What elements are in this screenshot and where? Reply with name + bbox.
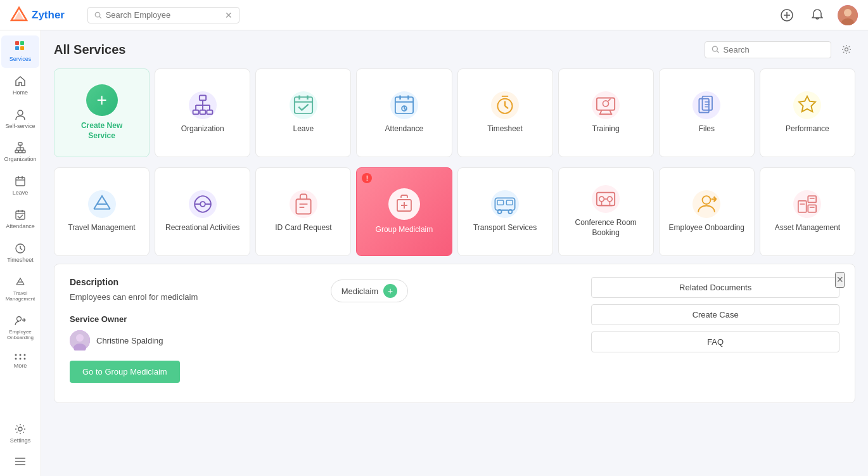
sidebar-leave-label: Leave bbox=[13, 190, 29, 196]
leave-label: Leave bbox=[293, 124, 314, 134]
service-card-transport[interactable]: Transport Services bbox=[457, 167, 553, 256]
svg-line-34 bbox=[20, 248, 22, 250]
conference-label: Conference Room Booking bbox=[565, 218, 647, 238]
sidebar: Services Home Self-service Organization … bbox=[0, 30, 41, 476]
service-card-group-mediclaim[interactable]: ! Group Mediclaim bbox=[356, 167, 452, 256]
sidebar-item-leave[interactable]: Leave bbox=[1, 170, 39, 202]
description-text: Employees can enrol for mediclaim bbox=[70, 292, 318, 302]
employee-search-container: ✕ bbox=[87, 7, 239, 23]
travel-icon bbox=[15, 276, 26, 288]
onboarding-icon bbox=[15, 315, 26, 326]
sidebar-item-settings[interactable]: Settings bbox=[1, 418, 39, 449]
sidebar-org-label: Organization bbox=[4, 156, 36, 163]
add-button[interactable] bbox=[777, 5, 797, 25]
service-card-create-new[interactable]: + Create NewService bbox=[54, 68, 150, 157]
sidebar-services-label: Services bbox=[10, 56, 32, 63]
service-owner-title: Service Owner bbox=[70, 314, 318, 324]
idcard-label: ID Card Request bbox=[275, 223, 331, 233]
timesheet-icon bbox=[15, 243, 26, 254]
svg-rect-118 bbox=[798, 201, 807, 212]
go-to-button[interactable]: Go to Group Mediclaim bbox=[70, 361, 180, 383]
sidebar-item-organization[interactable]: Organization bbox=[1, 137, 39, 168]
owner-row: Christine Spalding bbox=[70, 330, 318, 351]
service-card-recreational[interactable]: Recreational Activities bbox=[155, 167, 250, 256]
service-card-organization[interactable]: Organization bbox=[155, 68, 250, 157]
files-label: Files bbox=[699, 124, 715, 134]
sidebar-home-label: Home bbox=[13, 89, 28, 96]
svg-rect-12 bbox=[15, 46, 19, 50]
detail-close-button[interactable]: × bbox=[835, 272, 845, 288]
search-clear-icon[interactable]: ✕ bbox=[225, 10, 233, 20]
svg-point-46 bbox=[24, 357, 26, 359]
recreational-card-icon bbox=[189, 190, 217, 218]
service-card-training[interactable]: Training bbox=[558, 68, 654, 157]
transport-label: Transport Services bbox=[473, 223, 537, 233]
service-card-conference[interactable]: Conference Room Booking bbox=[558, 167, 654, 256]
service-card-id-card[interactable]: ID Card Request bbox=[255, 167, 351, 256]
svg-point-51 bbox=[712, 46, 717, 51]
create-new-label: Create NewService bbox=[81, 121, 122, 141]
sidebar-attendance-label: Attendance bbox=[6, 223, 35, 230]
related-documents-button[interactable]: Related Documents bbox=[591, 277, 839, 298]
sidebar-travel-label: Travel Management bbox=[4, 290, 37, 302]
sidebar-item-travel[interactable]: Travel Management bbox=[1, 271, 39, 307]
svg-point-125 bbox=[76, 334, 84, 342]
svg-rect-54 bbox=[200, 96, 206, 101]
svg-point-82 bbox=[603, 101, 609, 106]
timesheet-card-icon bbox=[491, 91, 519, 119]
emp-onboarding-label: Employee Onboarding bbox=[669, 223, 744, 233]
service-card-travel-management[interactable]: Travel Management bbox=[54, 167, 150, 256]
svg-rect-55 bbox=[193, 110, 198, 114]
svg-point-91 bbox=[200, 202, 205, 207]
sidebar-item-more[interactable]: More bbox=[1, 349, 39, 375]
content-settings-button[interactable] bbox=[838, 41, 855, 58]
settings-icon bbox=[15, 423, 26, 435]
sidebar-item-attendance[interactable]: Attendance bbox=[1, 204, 39, 235]
service-card-files[interactable]: Files bbox=[659, 68, 755, 157]
sidebar-selfservice-label: Self-service bbox=[5, 123, 35, 130]
sidebar-item-menu[interactable] bbox=[1, 452, 39, 471]
employee-search-input[interactable] bbox=[106, 10, 221, 20]
description-title: Description bbox=[70, 277, 318, 287]
notification-button[interactable] bbox=[807, 5, 827, 25]
svg-rect-119 bbox=[808, 196, 817, 202]
logo-icon bbox=[10, 6, 28, 24]
menu-icon bbox=[15, 457, 26, 466]
svg-point-53 bbox=[845, 48, 848, 51]
user-avatar[interactable] bbox=[838, 5, 858, 25]
mediclaim-add-button[interactable]: + bbox=[383, 284, 397, 298]
service-card-timesheet[interactable]: Timesheet bbox=[457, 68, 553, 157]
svg-point-104 bbox=[508, 210, 512, 214]
create-case-button[interactable]: Create Case bbox=[591, 304, 839, 325]
svg-line-52 bbox=[717, 51, 719, 53]
app-logo[interactable]: Zyther bbox=[10, 6, 65, 24]
faq-button[interactable]: FAQ bbox=[591, 331, 839, 352]
app-name: Zyther bbox=[32, 9, 65, 22]
content-header: All Services bbox=[54, 41, 855, 58]
service-card-asset-management[interactable]: Asset Management bbox=[760, 167, 855, 256]
service-card-employee-onboarding[interactable]: Employee Onboarding bbox=[659, 167, 755, 256]
content-search-input[interactable] bbox=[724, 45, 824, 55]
conference-card-icon bbox=[592, 185, 620, 213]
mediclaim-tag: Mediclaim + bbox=[331, 280, 409, 302]
svg-rect-101 bbox=[497, 200, 504, 205]
service-card-leave[interactable]: Leave bbox=[255, 68, 351, 157]
sidebar-item-home[interactable]: Home bbox=[1, 70, 39, 101]
service-card-performance[interactable]: Performance bbox=[760, 68, 855, 157]
svg-rect-100 bbox=[495, 198, 514, 210]
service-card-attendance[interactable]: Attendance bbox=[356, 68, 452, 157]
attendance-icon bbox=[15, 209, 26, 221]
services-row1: + Create NewService Organization Leave bbox=[54, 68, 855, 157]
svg-rect-13 bbox=[20, 46, 24, 50]
emp-onboarding-card-icon bbox=[692, 190, 720, 218]
transport-card-icon bbox=[491, 190, 519, 218]
sidebar-settings-label: Settings bbox=[10, 437, 31, 444]
detail-mediclaim-section: Mediclaim + bbox=[331, 277, 579, 383]
svg-rect-10 bbox=[15, 41, 19, 45]
sidebar-item-employee-onboarding[interactable]: Employee Onboarding bbox=[1, 310, 39, 346]
svg-point-114 bbox=[703, 196, 711, 204]
sidebar-item-services[interactable]: Services bbox=[1, 35, 39, 68]
recreational-label: Recreational Activities bbox=[165, 223, 239, 233]
sidebar-item-self-service[interactable]: Self-service bbox=[1, 104, 39, 135]
sidebar-item-timesheet[interactable]: Timesheet bbox=[1, 238, 39, 269]
